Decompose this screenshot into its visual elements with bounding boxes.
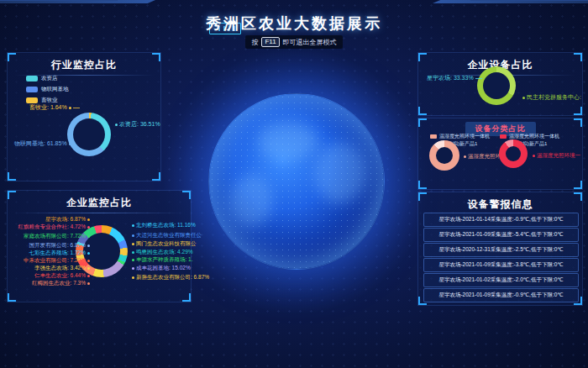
panel-enterprise-monitor-ratio: 企业监控占比 星宇农场: 6.87% 红旗粮食专业合作社: 4.72% 家庭农场… (7, 190, 192, 302)
f11-keycap: F11 (261, 37, 279, 47)
legend-item[interactable]: 温湿度光照环境一体机 (430, 133, 490, 140)
chart-label: 温湿度光照环境一 (533, 152, 580, 160)
chart-label: 星宇农场: 6.87% (45, 216, 90, 223)
alarm-row: 星宇农场-2021-01-09采集温度:-0.9℃,低于下限:0℃ (423, 288, 579, 302)
chart-label: 民主村党群服务中心: (522, 93, 581, 102)
alarm-row: 星宇农场-2021-01-14采集温度:-0.9℃,低于下限:0℃ (423, 213, 579, 227)
globe-continent-blob (230, 175, 272, 227)
chart-label: 鸣懋园生态农场: 4.29% (132, 249, 193, 256)
chart-label: 丰源水产种质养殖场: 1. (132, 256, 193, 264)
leader-line (73, 108, 80, 108)
alarm-row: 星宇农场-2020-12-31采集温度:-2.5℃,低于下限:0℃ (423, 243, 579, 257)
panel-title: 行业监控占比 (8, 58, 160, 72)
hint-suffix: 即可退出全屏模式 (283, 38, 337, 47)
page-title: 秀洲区农业大数据展示 (0, 13, 588, 34)
legend-swatch (500, 134, 507, 139)
divider (14, 213, 184, 213)
legend-swatch (430, 134, 437, 139)
globe-continent-blob (258, 122, 318, 160)
device-donut-chart[interactable] (477, 66, 516, 105)
legend-swatch (26, 87, 38, 92)
chart-label: 物联网基地: 61.85% (14, 139, 71, 148)
chart-label: 新塍生态农业有限公司: 6.87% (132, 274, 209, 281)
industry-donut-chart[interactable] (67, 113, 111, 156)
legend-swatch (26, 76, 38, 81)
device-class-donut-right[interactable] (499, 139, 528, 168)
chart-label: 农资店: 36.51% (115, 120, 160, 129)
legend-item[interactable]: 农资店 (26, 75, 69, 82)
globe-continent-blob (314, 143, 366, 203)
donut-hole (73, 118, 105, 150)
label-dot (533, 155, 535, 157)
alarm-row: 星宇农场-2021-01-09采集温度:-3.8℃,低于下限:0℃ (423, 258, 579, 272)
chart-label: 北刘桥生态农场: 11.16% (132, 222, 196, 229)
globe-dot-map (209, 94, 384, 269)
chart-label: 家庭农场有限公司: 7.72% (24, 233, 90, 240)
label-dot (522, 97, 525, 99)
device-class-donut-left[interactable] (429, 140, 459, 171)
alarm-row: 星宇农场-2021-01-09采集温度:-5.4℃,低于下限:0℃ (423, 228, 579, 242)
panel-title: 设备警报信息 (418, 197, 582, 212)
donut-hole (436, 147, 453, 164)
legend-label: 农资店 (41, 75, 58, 82)
donut-hole (483, 72, 510, 99)
leader-line (475, 78, 482, 79)
legend-item[interactable]: 物联网基地 (26, 86, 69, 93)
panel-device-alarms: 设备警报信息 星宇农场-2021-01-14采集温度:-0.9℃,低于下限:0℃… (417, 192, 583, 306)
label-dot (69, 107, 71, 109)
panel-device-class-ratio: 设备分类占比 温湿度光照环境一体机 (虚拟)新产品1 温湿度光照环境一 温湿度光… (417, 118, 583, 190)
alarm-row: 星宇农场-2021-01-02采集温度:-2.0℃,低于下限:0℃ (423, 273, 579, 287)
chart-label: 李强生态农场: 3.42% (34, 265, 90, 272)
chart-label: 中禾农业有限公司: 7.29% (24, 257, 90, 265)
panel-title: 企业监控占比 (8, 196, 191, 210)
chart-label: 国开发有限公司: 6.87% (29, 242, 90, 250)
panel-industry-monitor-ratio: 行业监控占比 农资店 物联网基地 畜牧业 畜牧业: 1.64% 农资店: 36.… (7, 52, 161, 181)
label-dot (115, 124, 118, 126)
dashboard: 秀洲区农业大数据展示 按 F11 即可退出全屏模式 行业监控占比 农资店 物联网… (0, 0, 588, 368)
chart-label: 畜牧业: 1.64% (29, 103, 80, 112)
chart-label: 七彩生态养殖场: 1.72% (29, 250, 90, 257)
header-line-left (0, 0, 118, 1)
chart-label: 红旗粮食专业合作社: 4.72% (18, 223, 90, 231)
label-dot (69, 143, 71, 145)
chart-label: 成丰花园基地: 15.02% (132, 265, 191, 272)
hint-prefix: 按 (251, 38, 258, 47)
chart-label: 仁丰生态农业: 6.44% (34, 272, 90, 280)
globe-visualization[interactable] (208, 93, 385, 270)
panel-enterprise-device-ratio: 企业设备占比 星宇农场: 33.33% 民主村党群服务中心: (417, 52, 583, 116)
legend-label: 物联网基地 (41, 86, 69, 93)
chart-label: 陶门生态农业科技有限公 (132, 240, 197, 248)
chart-label: 红梅园生态农业: 7.3% (32, 280, 90, 287)
header-line-right (470, 0, 588, 1)
chart-label: 星宇农场: 33.33% (427, 74, 482, 82)
label-dot (464, 155, 466, 158)
donut-hole (506, 146, 521, 161)
chart-label: 大运河生态牧业有限责任公 (132, 232, 202, 239)
legend-label: 温湿度光照环境一体机 (439, 133, 490, 140)
legend-swatch (26, 97, 38, 103)
